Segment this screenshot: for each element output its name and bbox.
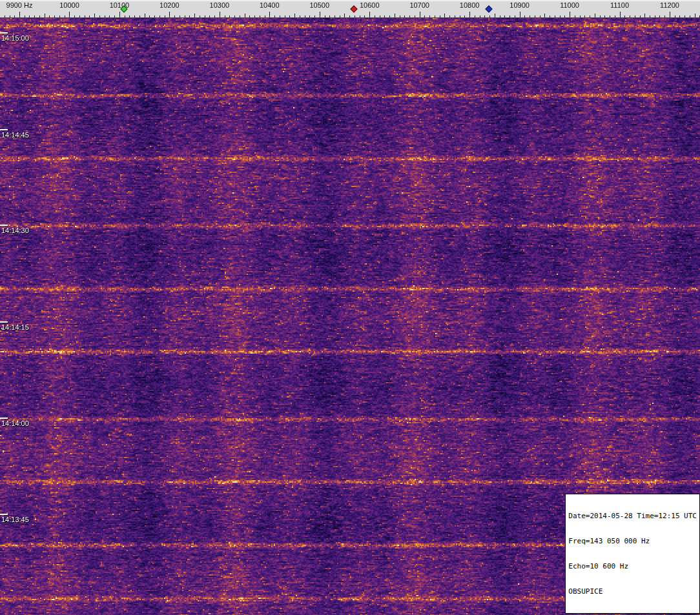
frequency-markers	[0, 0, 700, 18]
marker-diamond-green[interactable]	[120, 5, 127, 12]
info-frequency: Freq=143 050 000 Hz	[568, 537, 697, 545]
marker-diamond-red[interactable]	[350, 5, 357, 12]
info-date-time: Date=2014-05-28 Time=12:15 UTC	[568, 512, 697, 520]
marker-diamond-blue[interactable]	[485, 5, 492, 12]
observation-info-box: Date=2014-05-28 Time=12:15 UTC Freq=143 …	[565, 494, 700, 614]
info-echo-frequency: Echo=10 600 Hz	[568, 562, 697, 570]
spectrogram-app: 14:15:0014:14:4514:14:3014:14:1514:14:00…	[0, 0, 700, 615]
info-station-name: OBSUPICE	[568, 587, 697, 596]
